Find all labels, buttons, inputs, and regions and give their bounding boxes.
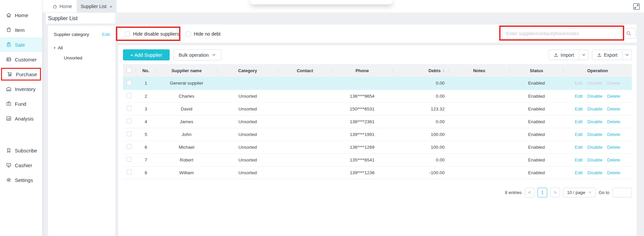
delete-link[interactable]: Delete: [607, 145, 620, 150]
cell-notes: [449, 90, 510, 102]
delete-link[interactable]: Delete: [607, 119, 620, 124]
delete-link[interactable]: Delete: [607, 106, 620, 111]
category-tree-item-unsorted[interactable]: Unsorted: [48, 50, 115, 60]
bulk-operation-button[interactable]: Bulk operation: [173, 49, 222, 60]
cell-contact: [278, 153, 332, 166]
caret-down-icon[interactable]: ▾: [54, 46, 55, 50]
goto-page-input[interactable]: [612, 188, 632, 197]
sidebar-item-inventory[interactable]: Inventory: [0, 82, 42, 96]
row-checkbox[interactable]: [127, 80, 132, 85]
fullscreen-icon[interactable]: [633, 3, 640, 10]
export-dropdown-button[interactable]: [622, 50, 632, 60]
search-button[interactable]: [621, 28, 636, 39]
sidebar-item-sale[interactable]: Sale: [0, 37, 42, 52]
row-checkbox[interactable]: [127, 119, 132, 124]
disable-link[interactable]: Disable: [587, 170, 602, 175]
page-size-select[interactable]: 10 / page: [563, 188, 596, 197]
column-header-contact: Contact: [278, 64, 332, 77]
column-header-operation: Operation: [563, 64, 632, 77]
delete-link[interactable]: Delete: [607, 157, 620, 162]
sort-icon[interactable]: ▲▼: [442, 69, 445, 73]
edit-link[interactable]: Edit: [575, 106, 583, 111]
import-dropdown-button[interactable]: [579, 50, 589, 60]
disable-link[interactable]: Disable: [587, 106, 602, 111]
sidebar-item-fund[interactable]: ¥Fund: [0, 96, 42, 111]
edit-link[interactable]: Edit: [575, 170, 583, 175]
add-supplier-button[interactable]: + Add Supplier: [123, 49, 170, 60]
disable-link[interactable]: Disable: [587, 132, 602, 137]
select-all-checkbox[interactable]: [127, 67, 132, 73]
cell-contact: [278, 141, 332, 153]
row-checkbox[interactable]: [127, 157, 132, 162]
search-icon: [626, 31, 632, 36]
sidebar-item-purchase[interactable]: Purchase: [1, 68, 41, 81]
page-1-button[interactable]: 1: [538, 188, 547, 197]
prev-page-button[interactable]: <: [525, 188, 534, 197]
cell-phone: 139****1236: [332, 166, 393, 179]
sidebar-item-settings[interactable]: Settings: [0, 173, 42, 187]
import-split-button: Import: [549, 50, 589, 60]
hide-no-debt-checkbox[interactable]: [186, 32, 191, 37]
disable-link[interactable]: Disable: [587, 145, 602, 150]
column-header-notes: Notes: [449, 64, 510, 77]
cell-operation: EditDisableDelete: [563, 128, 632, 141]
tab-home[interactable]: Home: [52, 0, 72, 13]
sidebar-item-home[interactable]: Home: [0, 8, 42, 22]
delete-link[interactable]: Delete: [607, 132, 620, 137]
chevron-down-icon: [212, 54, 216, 56]
disable-link[interactable]: Disable: [587, 157, 602, 162]
sidebar-item-customer[interactable]: Customer: [0, 52, 42, 67]
edit-link[interactable]: Edit: [575, 157, 583, 162]
disable-link[interactable]: Disable: [587, 94, 602, 99]
cell-category: Unsorted: [217, 141, 278, 153]
row-checkbox[interactable]: [127, 106, 132, 111]
sidebar-item-label: Purchase: [16, 72, 37, 77]
sidebar-item-label: Cashier: [15, 162, 32, 168]
pagination: 8 entries < 1 > 10 / page Go to: [123, 188, 632, 197]
cell-name: Robert: [156, 153, 217, 166]
cell-notes: [449, 115, 510, 128]
table-row: 1General supplier0.00EnabledEditDisableD…: [123, 77, 632, 90]
app: Home Supplier List × Supplier List Suppl…: [0, 0, 644, 236]
row-checkbox[interactable]: [127, 144, 132, 149]
sidebar-item-subscribe[interactable]: Subscribe: [0, 143, 42, 158]
close-icon[interactable]: ×: [110, 4, 113, 9]
sidebar-item-item[interactable]: Item: [0, 22, 42, 37]
delete-link[interactable]: Delete: [607, 170, 620, 175]
browser-dropdown-remnant: [250, 0, 393, 4]
hide-disabled-suppliers-checkbox[interactable]: [125, 32, 130, 37]
disable-link[interactable]: Disable: [587, 119, 602, 124]
search-input[interactable]: [502, 28, 621, 39]
edit-category-link[interactable]: Edit: [102, 32, 110, 37]
hide-disabled-suppliers-label: Hide disable suppliers: [133, 31, 179, 37]
chevron-down-icon: [582, 54, 586, 56]
delete-link: Delete: [607, 81, 620, 86]
delete-link[interactable]: Delete: [607, 94, 620, 99]
edit-link[interactable]: Edit: [575, 94, 583, 99]
row-checkbox[interactable]: [127, 93, 132, 98]
cell-notes: [449, 128, 510, 141]
category-tree-root-all[interactable]: ▾ All: [48, 37, 115, 50]
next-page-button[interactable]: >: [550, 188, 560, 197]
sidebar-item-label: Fund: [15, 101, 26, 107]
column-header-category: Category: [217, 64, 278, 77]
tab-supplier-list[interactable]: Supplier List ×: [77, 0, 117, 13]
sidebar-item-cashier[interactable]: ¥Cashier: [0, 158, 42, 173]
edit-link[interactable]: Edit: [575, 132, 583, 137]
tab-home-label: Home: [59, 4, 72, 9]
cell-debts: 123.32: [393, 102, 449, 115]
row-checkbox[interactable]: [127, 170, 132, 175]
row-checkbox[interactable]: [127, 131, 132, 136]
supplier-category-panel: Supplier category Edit ▾ All Unsorted: [48, 26, 115, 236]
analysis-icon: [6, 115, 12, 122]
cell-status: Enabled: [510, 77, 563, 90]
sidebar-item-label: Settings: [15, 177, 33, 183]
cell-category: [217, 77, 278, 90]
import-button[interactable]: Import: [549, 50, 579, 60]
cell-category: Unsorted: [217, 90, 278, 102]
export-button[interactable]: Export: [592, 50, 622, 60]
sidebar-item-analysis[interactable]: Analysis: [0, 111, 42, 126]
cell-contact: [278, 115, 332, 128]
edit-link[interactable]: Edit: [575, 119, 583, 124]
edit-link[interactable]: Edit: [575, 145, 583, 150]
